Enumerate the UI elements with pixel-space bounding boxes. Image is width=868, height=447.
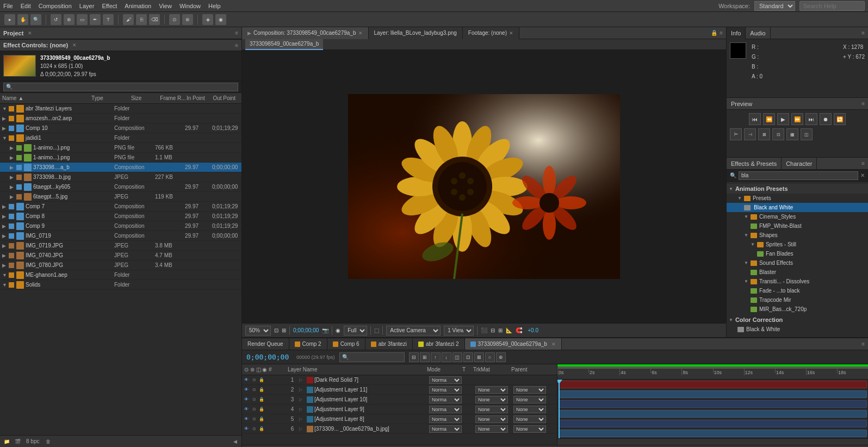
camera-btn[interactable]: 📷 bbox=[322, 327, 328, 333]
layer1-mode-dropdown[interactable]: Norma bbox=[429, 376, 462, 384]
layer4-trkmat-dropdown[interactable]: None bbox=[475, 406, 508, 413]
project-row-12[interactable]: ▶ Comp 9 Composition 29.97 0;01;19;29 bbox=[0, 221, 241, 231]
layer1-eye[interactable]: 👁 bbox=[243, 377, 250, 383]
row-expand[interactable]: ▶ bbox=[10, 155, 16, 160]
eraser-tool[interactable]: ⌫ bbox=[149, 14, 160, 25]
layer3-lock[interactable]: 🔒 bbox=[258, 396, 265, 403]
row-expand[interactable]: ▼ bbox=[2, 272, 9, 278]
layer4-solo[interactable]: ⊙ bbox=[251, 406, 257, 413]
project-row-15[interactable]: ▶ IMG_0740.JPG JPEG 4.7 MB bbox=[0, 251, 241, 260]
viewer-tab-footage-close[interactable]: ✕ bbox=[509, 30, 513, 36]
project-row-2[interactable]: ▶ Comp 10 Composition 29.97 0;01;19;29 bbox=[0, 123, 241, 133]
project-row-13[interactable]: ▶ IMG_0719 Composition 29.97 0;00;00;00 bbox=[0, 231, 241, 241]
layer5-solo[interactable]: ⊙ bbox=[251, 416, 257, 423]
layer2-parent-dropdown[interactable]: None bbox=[513, 386, 546, 394]
layer5-parent-dropdown[interactable]: None bbox=[513, 415, 546, 423]
ruler-btn[interactable]: 📐 bbox=[506, 327, 512, 333]
view-count-dropdown[interactable]: 1 View bbox=[444, 326, 474, 336]
project-row-4[interactable]: ▶ 1-animo...).png PNG file 766 KB bbox=[0, 143, 241, 153]
cinema-styles-folder[interactable]: ▼ Cinema_Styles bbox=[727, 212, 868, 221]
preview-prev-frame[interactable]: ⏪ bbox=[763, 113, 775, 125]
col-header-type[interactable]: Type bbox=[91, 95, 131, 101]
menu-edit[interactable]: Edit bbox=[21, 3, 31, 9]
viewer-tab-comp-close[interactable]: ✕ bbox=[358, 30, 363, 36]
timeline-playhead[interactable] bbox=[559, 380, 560, 438]
puppet-tool[interactable]: ⊛ bbox=[182, 14, 193, 25]
layer6-parent-dropdown[interactable]: None bbox=[513, 425, 546, 433]
layer-row-4[interactable]: 👁 ⊙ 🔒 4 ▷ [Adjustment Layer 9] Norma bbox=[242, 405, 557, 414]
abr-fantezi2-tab[interactable]: abr 3fantezi 2 bbox=[413, 338, 465, 350]
color-correction-header[interactable]: ▼ Color Correction bbox=[727, 315, 868, 325]
new-comp-icon[interactable]: 🎬 bbox=[13, 437, 22, 446]
mir-720p-item[interactable]: MIR_Bas...ck_720p bbox=[727, 305, 868, 314]
row-expand[interactable]: ▼ bbox=[2, 135, 9, 141]
layer-row-3[interactable]: 👁 ⊙ 🔒 3 ▷ [Adjustment Layer 10] Norma bbox=[242, 395, 557, 405]
delete-icon[interactable]: 🗑 bbox=[44, 437, 52, 446]
region-of-interest[interactable]: ⬚ bbox=[374, 327, 379, 333]
layer5-trkmat-dropdown[interactable]: None bbox=[475, 415, 508, 423]
preview-record[interactable]: ⏺ bbox=[820, 113, 832, 125]
grid-btn[interactable]: ⊞ bbox=[498, 327, 503, 333]
layer1-lock[interactable]: 🔒 bbox=[258, 377, 265, 383]
timeline-search-input[interactable] bbox=[339, 352, 405, 362]
layer-controls-btn[interactable]: ⊟ bbox=[491, 327, 495, 333]
layer5-lock[interactable]: 🔒 bbox=[258, 416, 265, 423]
row-expand[interactable]: ▶ bbox=[2, 116, 9, 121]
project-row-7[interactable]: ▶ 3733098...b.jpg JPEG 227 KB bbox=[0, 172, 241, 182]
project-row-14[interactable]: ▶ IMG_0719.JPG JPEG 3.8 MB bbox=[0, 241, 241, 251]
layer5-expand[interactable]: ▷ bbox=[299, 417, 307, 421]
rect-tool[interactable]: ▭ bbox=[77, 14, 88, 25]
row-expand[interactable]: ▶ bbox=[10, 165, 16, 170]
blaster-item[interactable]: Blaster bbox=[727, 268, 868, 277]
preview-last-frame[interactable]: ⏭ bbox=[805, 113, 817, 125]
layer5-eye[interactable]: 👁 bbox=[243, 416, 250, 423]
effect-controls-menu[interactable]: ≡ bbox=[235, 42, 238, 48]
row-expand[interactable]: ▶ bbox=[2, 214, 9, 219]
tl-btn-i[interactable]: ⊛ bbox=[496, 352, 506, 362]
preview-tab[interactable]: Preview bbox=[727, 98, 757, 110]
col-header-inpoint[interactable]: In Point bbox=[187, 95, 213, 101]
project-panel-menu[interactable]: ≡ bbox=[235, 30, 238, 36]
row-expand[interactable]: ▶ bbox=[2, 263, 9, 268]
info-panel-menu[interactable]: ≡ bbox=[861, 30, 865, 36]
layer4-lock[interactable]: 🔒 bbox=[258, 406, 265, 413]
comp6-tab[interactable]: Comp 6 bbox=[327, 338, 365, 350]
layer3-solo[interactable]: ⊙ bbox=[251, 396, 257, 403]
timeline-scrollbar[interactable] bbox=[557, 438, 868, 445]
viewer-tab-layer[interactable]: Layer: lliella_BLove_ladybug3.png bbox=[369, 27, 463, 39]
main-comp-close[interactable]: ✕ bbox=[551, 342, 556, 347]
row-expand[interactable]: ▶ bbox=[2, 223, 9, 229]
layer2-expand[interactable]: ▷ bbox=[299, 387, 307, 392]
layer3-eye[interactable]: 👁 bbox=[243, 396, 250, 403]
row-expand[interactable]: ▶ bbox=[2, 204, 9, 209]
layer-row-1[interactable]: 👁 ⊙ 🔒 1 ▷ [Dark Red Solid 7] Norma bbox=[242, 375, 557, 385]
layer1-expand[interactable]: ▷ bbox=[299, 377, 307, 382]
col-header-size[interactable]: Size bbox=[131, 95, 160, 101]
transitions-folder[interactable]: ▼ Transiti... - Dissolves bbox=[727, 277, 868, 286]
select-tool[interactable]: ▸ bbox=[4, 14, 15, 25]
pen-tool[interactable]: ✒ bbox=[90, 14, 101, 25]
text-tool[interactable]: T bbox=[103, 14, 114, 25]
layer4-expand[interactable]: ▷ bbox=[299, 407, 307, 412]
project-row-6[interactable]: ▶ 3733098....a_b Composition 29.97 0;00;… bbox=[0, 163, 241, 172]
row-expand[interactable]: ▼ bbox=[2, 282, 9, 288]
zoom-dropdown[interactable]: 50% bbox=[245, 326, 271, 336]
menu-view[interactable]: View bbox=[159, 3, 172, 9]
tl-btn-e[interactable]: ◫ bbox=[452, 352, 462, 362]
project-row-8[interactable]: ▶ 6taegpt...ky605 Composition 29.97 0;00… bbox=[0, 182, 241, 192]
tl-btn-d[interactable]: ↓ bbox=[442, 352, 451, 362]
row-expand[interactable]: ▶ bbox=[2, 233, 9, 239]
col-header-outpoint[interactable]: Out Point bbox=[213, 95, 239, 101]
nav-left-icon[interactable]: ◀ bbox=[231, 437, 239, 446]
row-expand[interactable]: ▶ bbox=[10, 175, 16, 180]
row-expand[interactable]: ▼ bbox=[2, 106, 9, 111]
preview-panel-menu[interactable]: ≡ bbox=[861, 101, 865, 107]
layer4-parent-dropdown[interactable]: None bbox=[513, 406, 546, 413]
viewer-tab-composition[interactable]: ▶ Composition: 3733098549_00cae6279a_b ✕ bbox=[242, 27, 369, 39]
layer6-trkmat-dropdown[interactable]: None bbox=[475, 425, 508, 433]
main-comp-tab[interactable]: 3733098549_00cae6279a_b ✕ bbox=[465, 338, 562, 350]
layer3-parent-dropdown[interactable]: None bbox=[513, 396, 546, 403]
sound-effects-folder[interactable]: ▼ Sound Effects bbox=[727, 258, 868, 268]
row-expand[interactable]: ▶ bbox=[10, 194, 16, 200]
trapcode-mir-item[interactable]: Trapcode Mir bbox=[727, 295, 868, 305]
